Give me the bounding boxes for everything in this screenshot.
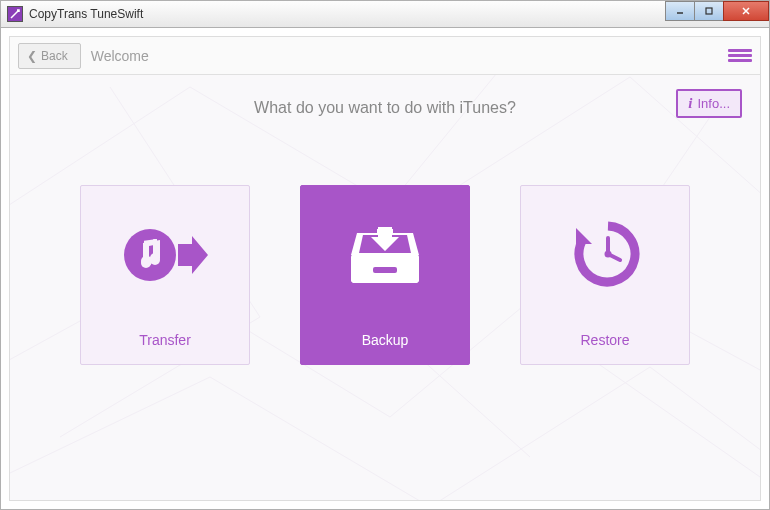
menu-button[interactable] [728, 46, 752, 66]
back-button-label: Back [41, 49, 68, 63]
close-button[interactable] [723, 1, 769, 21]
svg-rect-1 [706, 8, 712, 14]
window-frame: ❮ Back Welcome i Info... What do you wan… [0, 28, 770, 510]
transfer-icon [120, 186, 210, 324]
minimize-button[interactable] [665, 1, 695, 21]
info-icon: i [688, 95, 692, 112]
svg-point-8 [141, 258, 151, 268]
chevron-left-icon: ❮ [27, 49, 37, 63]
hamburger-icon [728, 49, 752, 52]
info-button-label: Info... [697, 96, 730, 111]
svg-rect-13 [373, 267, 397, 273]
svg-point-2 [124, 229, 176, 281]
page-title: Welcome [91, 48, 149, 64]
restore-icon [568, 186, 642, 324]
restore-label: Restore [580, 332, 629, 348]
svg-line-16 [608, 254, 620, 260]
prompt-text: What do you want to do with iTunes? [34, 99, 736, 117]
restore-tile[interactable]: Restore [520, 185, 690, 365]
action-tiles: Transfer [34, 185, 736, 365]
main-content: i Info... What do you want to do with iT… [10, 75, 760, 500]
header-bar: ❮ Back Welcome [10, 37, 760, 75]
backup-icon [345, 186, 425, 324]
app-icon [7, 6, 23, 22]
maximize-button[interactable] [694, 1, 724, 21]
content-area: ❮ Back Welcome i Info... What do you wan… [9, 36, 761, 501]
svg-point-9 [150, 255, 160, 265]
window-controls [666, 1, 769, 27]
window-titlebar: CopyTrans TuneSwift [0, 0, 770, 28]
backup-label: Backup [362, 332, 409, 348]
transfer-label: Transfer [139, 332, 191, 348]
transfer-tile[interactable]: Transfer [80, 185, 250, 365]
back-button[interactable]: ❮ Back [18, 43, 81, 69]
backup-tile[interactable]: Backup [300, 185, 470, 365]
info-button[interactable]: i Info... [676, 89, 742, 118]
window-title: CopyTrans TuneSwift [29, 7, 666, 21]
